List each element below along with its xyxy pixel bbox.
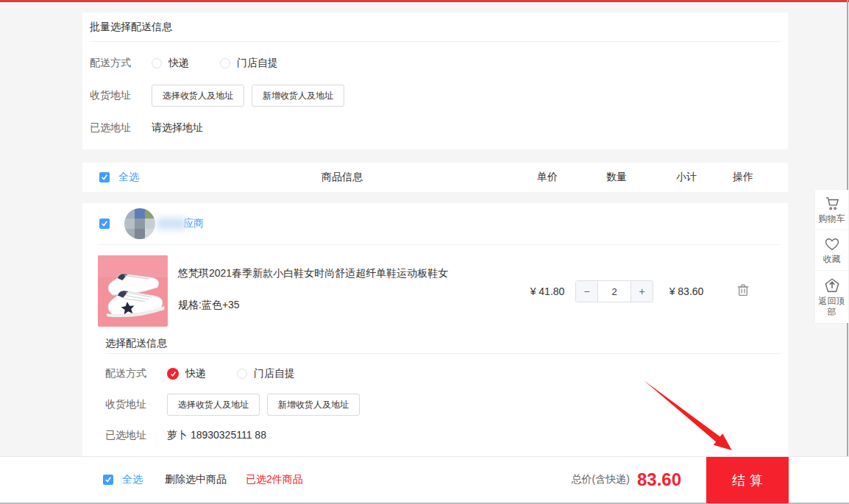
supplier-name[interactable]: 应商 — [157, 217, 204, 230]
batch-selected-address-row: 已选地址 请选择地址 — [90, 117, 781, 139]
check-icon — [104, 476, 112, 483]
store-pickup-radio[interactable]: 门店自提 — [220, 57, 278, 70]
item-delivery-section: 配送方式 快递 门店自提 收货地址 选择收货人及地址 新增收货人及地址 — [82, 363, 788, 447]
supplier-name-suffix: 应商 — [183, 217, 204, 230]
footer-select-all-checkbox[interactable] — [103, 475, 113, 485]
selected-address-label: 已选地址 — [90, 121, 134, 135]
column-unit-price: 单价 — [537, 171, 558, 184]
subtotal-price: ¥ 83.60 — [669, 285, 704, 297]
column-operations: 操作 — [733, 171, 753, 184]
quantity-increase-button[interactable]: + — [630, 281, 653, 302]
blurred-supplier-name — [157, 218, 186, 230]
select-consignee-address-button[interactable]: 选择收货人及地址 — [152, 85, 244, 107]
selected-address-label: 已选地址 — [105, 429, 149, 442]
supplier-checkbox[interactable] — [99, 219, 110, 229]
floating-favorites-label: 收藏 — [823, 254, 841, 264]
product-image[interactable] — [98, 255, 168, 327]
add-consignee-address-button[interactable]: 新增收货人及地址 — [252, 85, 344, 107]
cart-item-card: 应商 — [82, 203, 788, 460]
express-radio-label: 快递 — [185, 367, 206, 380]
check-icon — [101, 174, 108, 181]
checkout-bar-left: 全选 删除选中商品 已选2件商品 — [103, 457, 303, 503]
checkout-bar-total: 总价(含快递) 83.60 — [572, 457, 681, 503]
column-quantity: 数量 — [606, 171, 627, 184]
check-icon — [101, 220, 108, 227]
radio-checked-icon — [167, 368, 179, 380]
shopping-cart-icon — [824, 196, 840, 211]
product-title[interactable]: 悠梵琪2021春季新款小白鞋女时尚舒适超纤单鞋运动板鞋女 — [178, 266, 524, 280]
unit-price: ¥ 41.80 — [530, 285, 565, 297]
checkout-bar: 全选 删除选中商品 已选2件商品 总价(含快递) 83.60 结算 — [0, 456, 849, 503]
add-consignee-address-button[interactable]: 新增收货人及地址 — [267, 394, 360, 416]
column-product-info: 商品信息 — [322, 171, 363, 184]
selected-address-value: 请选择地址 — [152, 121, 203, 135]
select-consignee-address-button[interactable]: 选择收货人及地址 — [167, 394, 260, 416]
floating-cart-label: 购物车 — [819, 213, 845, 224]
address-label: 收货地址 — [90, 89, 134, 102]
select-all-checkbox[interactable] — [99, 172, 110, 182]
floating-cart-button[interactable]: 购物车 — [815, 190, 848, 230]
batch-address-row: 收货地址 选择收货人及地址 新增收货人及地址 — [90, 85, 781, 107]
radio-unchecked-icon — [220, 58, 230, 68]
divider — [105, 353, 781, 354]
cart-table-header: 全选 商品信息 单价 数量 小计 操作 — [82, 163, 788, 192]
store-pickup-radio-label: 门店自提 — [254, 367, 295, 380]
express-radio-label: 快递 — [168, 57, 189, 70]
radio-unchecked-icon — [152, 58, 162, 68]
store-pickup-radio-label: 门店自提 — [237, 57, 278, 70]
back-to-top-button[interactable]: 返回顶部 — [815, 271, 848, 323]
total-price-label: 总价(含快递) — [572, 473, 630, 486]
delivery-method-label: 配送方式 — [90, 57, 134, 70]
item-delivery-method-row: 配送方式 快递 门店自提 — [105, 363, 788, 385]
heart-icon — [824, 237, 840, 252]
address-label: 收货地址 — [105, 398, 149, 411]
express-radio[interactable]: 快递 — [152, 57, 189, 70]
product-text-block: 悠梵琪2021春季新款小白鞋女时尚舒适超纤单鞋运动板鞋女 规格:蓝色+35 — [178, 266, 524, 312]
floating-toolbar: 购物车 收藏 返回顶部 — [815, 190, 848, 323]
main-content: 批量选择配送信息 配送方式 快递 门店自提 收货地址 选择收货人及地址 新增收货… — [82, 13, 788, 460]
selected-count-badge: 已选2件商品 — [246, 473, 303, 486]
selected-address-value: 萝卜 18930325111 88 — [167, 429, 266, 442]
footer-select-all-label[interactable]: 全选 — [122, 473, 143, 486]
supplier-row: 应商 — [82, 203, 788, 244]
express-radio-checked[interactable]: 快递 — [167, 367, 206, 380]
store-pickup-radio[interactable]: 门店自提 — [237, 367, 295, 380]
item-address-row: 收货地址 选择收货人及地址 新增收货人及地址 — [105, 394, 788, 416]
batch-delivery-panel: 批量选择配送信息 配送方式 快递 门店自提 收货地址 选择收货人及地址 新增收货… — [82, 13, 788, 149]
delivery-section-title: 选择配送信息 — [105, 337, 788, 350]
column-subtotal: 小计 — [676, 171, 697, 184]
top-accent-line — [0, 0, 849, 2]
batch-panel-title: 批量选择配送信息 — [90, 13, 781, 42]
checkout-button[interactable]: 结算 — [706, 457, 789, 503]
product-row: 悠梵琪2021春季新款小白鞋女时尚舒适超纤单鞋运动板鞋女 规格:蓝色+35 ¥ … — [82, 245, 788, 327]
quantity-decrease-button[interactable]: − — [576, 281, 598, 302]
quantity-stepper: − + — [575, 280, 653, 302]
batch-delivery-method-row: 配送方式 快递 门店自提 — [90, 52, 781, 74]
quantity-input[interactable] — [598, 281, 630, 302]
delivery-method-label: 配送方式 — [105, 367, 149, 380]
supplier-avatar — [124, 208, 155, 239]
back-to-top-label: 返回顶部 — [819, 296, 845, 317]
delete-item-button[interactable] — [737, 283, 750, 299]
total-price-value: 83.60 — [637, 469, 681, 490]
item-selected-address-row: 已选地址 萝卜 18930325111 88 — [105, 425, 788, 447]
delete-selected-button[interactable]: 删除选中商品 — [165, 473, 227, 486]
floating-favorites-button[interactable]: 收藏 — [815, 230, 848, 271]
select-all-label[interactable]: 全选 — [118, 171, 139, 184]
product-spec: 规格:蓝色+35 — [178, 299, 524, 312]
trash-icon — [737, 283, 750, 297]
back-to-top-icon — [824, 277, 840, 294]
radio-unchecked-icon — [237, 369, 247, 379]
